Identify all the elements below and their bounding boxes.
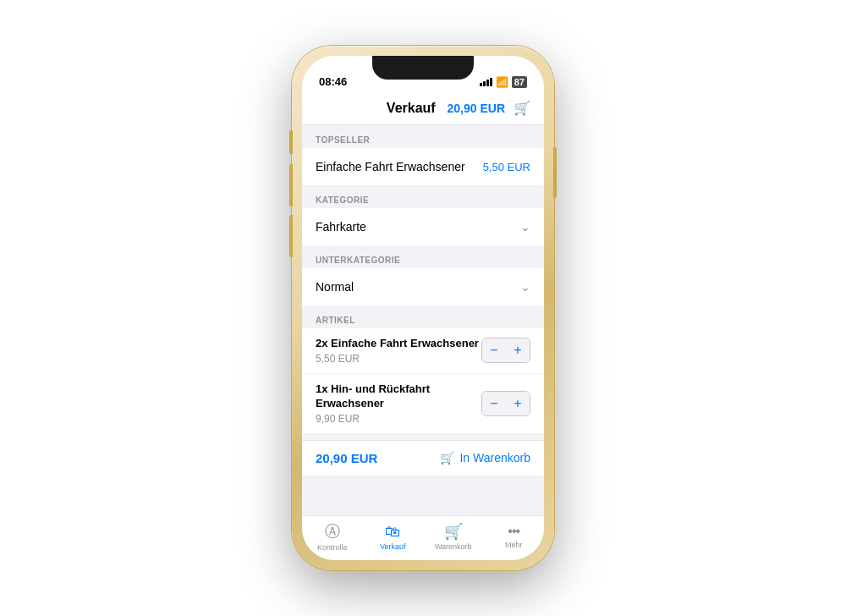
status-icons: 📶 87 [480, 76, 527, 88]
unterkategorie-selected: Normal [316, 280, 354, 294]
cart-icon-header[interactable]: 🛒 [514, 100, 530, 116]
battery-icon: 87 [512, 76, 527, 88]
tab-warenkorb-label: Warenkorb [435, 542, 472, 551]
article-info-2: 1x Hin- und Rückfahrt Erwachsener 9,90 E… [316, 382, 481, 425]
unterkategorie-card: Normal ⌄ [302, 268, 544, 305]
footer-action: 20,90 EUR 🛒 In Warenkorb [302, 440, 544, 476]
notch [372, 56, 474, 80]
phone-body: 08:46 📶 87 Verkauf 20,90 EUR [292, 46, 554, 570]
header-title: Verkauf [375, 101, 448, 116]
kategorie-label: KATEGORIE [302, 185, 544, 208]
tab-kontrolle[interactable]: Ⓐ Kontrolle [311, 521, 354, 552]
phone-device: 08:46 📶 87 Verkauf 20,90 EUR [292, 46, 554, 570]
header-price: 20,90 EUR [448, 102, 505, 115]
stepper-1-minus[interactable]: − [482, 338, 506, 362]
tab-bar: Ⓐ Kontrolle 🛍 Verkauf 🛒 Warenkorb ••• Me… [302, 515, 544, 560]
article-name-1: 2x Einfache Fahrt Erwachsener [316, 337, 481, 351]
topseller-item-price: 5,50 EUR [483, 161, 530, 173]
topseller-item-name: Einfache Fahrt Erwachsener [316, 160, 465, 173]
unterkategorie-chevron-icon: ⌄ [520, 280, 530, 294]
kategorie-chevron-icon: ⌄ [520, 220, 530, 234]
stepper-1-plus[interactable]: + [506, 338, 530, 362]
article-info-1: 2x Einfache Fahrt Erwachsener 5,50 EUR [316, 337, 481, 365]
tab-mehr-label: Mehr [505, 541, 523, 549]
article-item-2: 1x Hin- und Rückfahrt Erwachsener 9,90 E… [302, 374, 544, 433]
phone-screen: 08:46 📶 87 Verkauf 20,90 EUR [302, 56, 544, 560]
kategorie-card: Fahrkarte ⌄ [302, 208, 544, 245]
tab-warenkorb[interactable]: 🛒 Warenkorb [432, 522, 475, 551]
mehr-icon: ••• [508, 524, 519, 539]
artikel-card: 2x Einfache Fahrt Erwachsener 5,50 EUR −… [302, 328, 544, 433]
volume-up-button [289, 164, 293, 206]
article-price-2: 9,90 EUR [316, 413, 481, 425]
status-time: 08:46 [319, 75, 347, 88]
topseller-label: TOPSELLER [302, 125, 544, 148]
unterkategorie-dropdown[interactable]: Normal ⌄ [302, 268, 544, 305]
volume-down-button [289, 215, 293, 257]
unterkategorie-label: UNTERKATEGORIE [302, 245, 544, 268]
tab-kontrolle-label: Kontrolle [317, 543, 348, 552]
tab-verkauf-label: Verkauf [380, 542, 406, 551]
cart-button-label: In Warenkorb [459, 451, 530, 465]
footer-total: 20,90 EUR [316, 451, 377, 465]
article-name-2: 1x Hin- und Rückfahrt Erwachsener [316, 382, 481, 411]
mute-button [289, 130, 293, 154]
topseller-card: Einfache Fahrt Erwachsener 5,50 EUR [302, 148, 544, 185]
kontrolle-icon: Ⓐ [325, 521, 340, 542]
scroll-content: TOPSELLER Einfache Fahrt Erwachsener 5,5… [302, 125, 544, 515]
topseller-item[interactable]: Einfache Fahrt Erwachsener 5,50 EUR [302, 148, 544, 185]
kategorie-dropdown[interactable]: Fahrkarte ⌄ [302, 208, 544, 245]
artikel-label: ARTIKEL [302, 305, 544, 328]
power-button [553, 147, 557, 198]
verkauf-icon: 🛍 [385, 523, 400, 541]
tab-verkauf[interactable]: 🛍 Verkauf [371, 523, 414, 551]
stepper-2-plus[interactable]: + [506, 392, 530, 415]
tab-mehr[interactable]: ••• Mehr [492, 524, 535, 549]
article-item-1: 2x Einfache Fahrt Erwachsener 5,50 EUR −… [302, 328, 544, 374]
cart-icon-footer: 🛒 [440, 451, 454, 465]
warenkorb-icon: 🛒 [444, 522, 463, 541]
add-to-cart-button[interactable]: 🛒 In Warenkorb [440, 451, 530, 465]
article-price-1: 5,50 EUR [316, 353, 481, 365]
kategorie-selected: Fahrkarte [316, 220, 366, 234]
stepper-1: − + [481, 338, 530, 363]
stepper-2-minus[interactable]: − [482, 392, 506, 415]
stepper-2: − + [481, 391, 530, 416]
app-header: Verkauf 20,90 EUR 🛒 [302, 93, 544, 125]
signal-icon [480, 78, 492, 86]
wifi-icon: 📶 [496, 76, 508, 88]
